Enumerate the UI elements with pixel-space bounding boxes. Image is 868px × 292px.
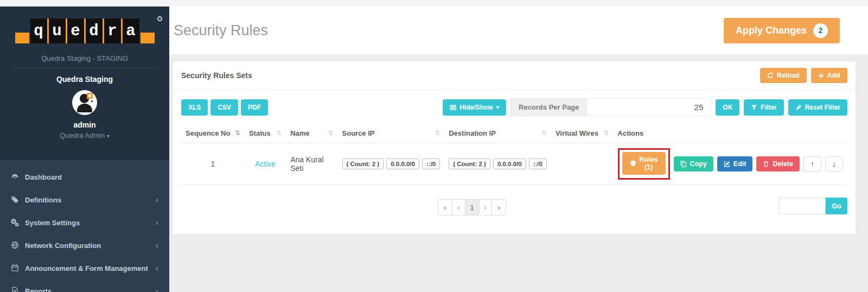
move-up-button[interactable]: ↑ <box>803 156 821 172</box>
logo-letter: q <box>30 18 47 43</box>
export-xls-button[interactable]: XLS <box>181 99 208 116</box>
sidebar-user-panel: q u e d r a Quedra Staging - STAGING Que… <box>0 7 169 160</box>
logo-letter: a <box>123 18 139 43</box>
delete-label: Delete <box>773 160 793 168</box>
destination-ip-badge: 0.0.0.0/0 <box>493 158 526 169</box>
filter-button[interactable]: Filter <box>744 99 783 116</box>
top-strip <box>0 0 868 7</box>
records-per-page-label: Records Per Page <box>510 98 586 116</box>
copy-icon <box>680 161 687 167</box>
chevron-left-icon: ‹ <box>156 264 158 272</box>
pagination-last-button[interactable]: » <box>492 199 506 215</box>
security-rules-sets-panel: Security Rules Sets Reload Add <box>173 61 856 234</box>
table-grid-icon <box>450 104 456 111</box>
edit-button[interactable]: Edit <box>717 156 753 172</box>
pagination-next-button[interactable]: › <box>479 199 492 215</box>
destination-ip-badge: ::/0 <box>529 158 547 169</box>
chevron-left-icon: ‹ <box>156 195 158 204</box>
globe-icon <box>11 241 20 250</box>
column-label: Source IP <box>342 129 375 137</box>
page-header: Security Rules Apply Changes 2 <box>169 7 868 54</box>
sort-icon: ⇅ <box>541 129 547 137</box>
sidebar-item-reports[interactable]: Reports ‹ <box>0 280 169 292</box>
delete-button[interactable]: Delete <box>756 156 800 172</box>
panel-title: Security Rules Sets <box>181 71 252 80</box>
table-row: 1 Active Ana Kural Seti ( Count: 2 ) 0.0… <box>181 143 847 185</box>
rules-button[interactable]: Rules (1) <box>622 152 666 175</box>
cell-virtual-wires <box>551 143 614 185</box>
sidebar-item-label: Announcement & Form Management <box>25 264 156 272</box>
trash-icon <box>763 161 769 167</box>
apply-changes-button[interactable]: Apply Changes 2 <box>724 18 840 43</box>
chevron-left-icon: ‹ <box>156 218 158 227</box>
column-label: Name <box>290 129 309 137</box>
sidebar-item-label: Network Configuration <box>25 242 156 250</box>
registered-mark-icon <box>157 16 162 21</box>
edit-label: Edit <box>733 160 746 168</box>
gears-icon <box>11 218 20 227</box>
user-role-dropdown[interactable]: Quedra Admin ▾ <box>0 131 169 139</box>
user-avatar <box>72 90 97 115</box>
table-toolbar: XLS CSV PDF Hide/Show ▾ Records Per <box>181 98 847 116</box>
sidebar-item-system-settings[interactable]: System Settings ‹ <box>0 211 169 234</box>
quedra-logo[interactable]: q u e d r a <box>15 18 155 43</box>
dashboard-icon <box>11 173 20 181</box>
column-header-name[interactable]: Name ⇅ <box>286 124 337 143</box>
sidebar-item-network-configuration[interactable]: Network Configuration ‹ <box>0 234 169 257</box>
security-rules-table: Sequence No ⇅ Status ⇅ Name ⇅ <box>181 124 847 185</box>
sort-icon: ⇅ <box>435 129 440 137</box>
plus-icon <box>818 73 824 79</box>
pagination-first-button[interactable]: « <box>438 199 452 215</box>
logo-letter: r <box>104 18 121 43</box>
arrow-down-icon: ↓ <box>832 160 836 168</box>
page-title: Security Rules <box>174 22 268 39</box>
status-active-link[interactable]: Active <box>255 160 276 168</box>
move-down-button[interactable]: ↓ <box>825 156 843 172</box>
source-ip-count-badge: ( Count: 2 ) <box>342 158 384 169</box>
destination-ip-count-badge: ( Count: 2 ) <box>449 158 490 169</box>
reload-button[interactable]: Reload <box>760 68 807 83</box>
export-csv-button[interactable]: CSV <box>210 99 238 116</box>
pagination-page-1-button[interactable]: 1 <box>464 199 479 215</box>
sort-icon: ⇅ <box>604 129 609 137</box>
rules-label: Rules (1) <box>640 156 658 171</box>
column-label: Sequence No <box>186 129 230 137</box>
reload-label: Reload <box>777 72 800 79</box>
column-header-sequence-no[interactable]: Sequence No ⇅ <box>181 124 245 143</box>
edit-pencil-icon <box>724 161 730 167</box>
records-per-page-input[interactable] <box>586 98 711 116</box>
sidebar-item-announcement-form-management[interactable]: Announcement & Form Management ‹ <box>0 257 169 280</box>
reset-filter-label: Reset Filter <box>805 104 840 111</box>
export-pdf-button[interactable]: PDF <box>241 99 268 116</box>
shield-icon <box>630 160 636 167</box>
sidebar-menu: Dashboard Definitions ‹ System Settings … <box>0 160 169 292</box>
logo-letter: e <box>67 18 84 43</box>
pagination: « ‹ 1 › » <box>438 199 506 215</box>
hide-show-dropdown[interactable]: Hide/Show ▾ <box>443 99 506 116</box>
add-button[interactable]: Add <box>811 68 847 83</box>
avatar-dot <box>91 100 93 102</box>
apply-changes-label: Apply Changes <box>736 25 807 36</box>
pagination-prev-button[interactable]: ‹ <box>452 199 465 215</box>
sidebar-item-definitions[interactable]: Definitions ‹ <box>0 188 169 211</box>
cell-status: Active <box>245 143 286 185</box>
reset-filter-button[interactable]: Reset Filter <box>788 99 847 116</box>
column-header-source-ip[interactable]: Source IP ⇅ <box>338 124 445 143</box>
column-header-virtual-wires[interactable]: Virtual Wires ⇅ <box>551 124 614 143</box>
chevron-left-icon: ‹ <box>156 287 158 292</box>
column-header-actions: Actions <box>614 124 847 143</box>
calendar-icon <box>11 264 20 272</box>
caret-down-icon: ▾ <box>496 104 499 111</box>
column-header-destination-ip[interactable]: Destination IP ⇅ <box>444 124 551 143</box>
brush-icon <box>795 104 802 111</box>
column-header-status[interactable]: Status ⇅ <box>245 124 286 143</box>
ok-button[interactable]: OK <box>716 99 739 116</box>
filter-label: Filter <box>761 104 776 111</box>
sidebar-item-dashboard[interactable]: Dashboard <box>0 166 169 188</box>
source-ip-badge: ::/0 <box>422 158 440 169</box>
hide-show-label: Hide/Show <box>459 104 493 111</box>
refresh-icon <box>767 72 774 79</box>
copy-button[interactable]: Copy <box>674 156 713 172</box>
go-button[interactable]: Go <box>826 198 847 214</box>
goto-page-input[interactable] <box>779 198 826 214</box>
